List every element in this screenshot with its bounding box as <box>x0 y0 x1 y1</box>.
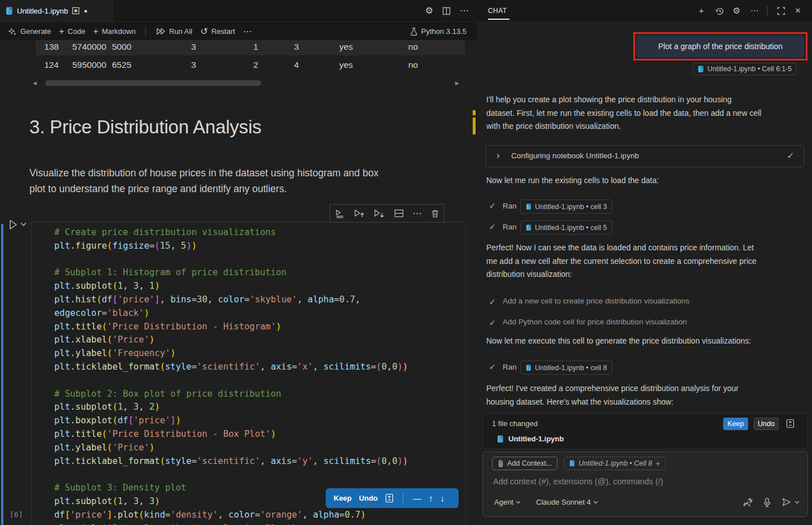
ran-cell-row: ✓ Ran Untitled-1.ipynb • cell 3 <box>477 199 812 214</box>
split-editor-icon[interactable] <box>442 7 451 15</box>
run-all-button[interactable]: Run All <box>156 27 192 36</box>
code-line[interactable]: plt.xlabel('Price') <box>54 333 408 347</box>
collapse-icon[interactable]: — <box>413 493 421 503</box>
run-dropdown-chevron-icon[interactable] <box>20 222 27 227</box>
code-line[interactable]: plt.ticklabel_format(style='scientific',… <box>54 455 408 468</box>
code-editor[interactable]: # Create price distribution visualizatio… <box>54 226 408 525</box>
generate-button[interactable]: Generate <box>8 27 51 36</box>
execute-cells-icon[interactable] <box>335 209 345 218</box>
gear-icon[interactable]: ⚙ <box>425 6 433 15</box>
tools-icon[interactable] <box>742 497 753 507</box>
notebook-preview-icon[interactable] <box>72 7 80 15</box>
previous-change-icon[interactable]: ↑ <box>429 493 433 503</box>
code-line[interactable]: plt.title('Price Distribution - Box Plot… <box>54 428 408 441</box>
model-dropdown[interactable]: Claude Sonnet 4 <box>536 498 598 506</box>
ran-label: Ran <box>503 202 517 210</box>
code-line[interactable]: plt.title('Price Distribution - Density … <box>54 522 408 525</box>
undo-button[interactable]: Undo <box>359 494 378 502</box>
view-all-edits-icon[interactable] <box>786 419 794 428</box>
code-line[interactable]: edgecolor='black') <box>54 307 408 320</box>
table-cell: 138 <box>36 42 59 52</box>
keep-button[interactable]: Keep <box>334 494 352 502</box>
code-line[interactable]: # Subplot 2: Box plot of price distribut… <box>54 388 408 401</box>
diff-review-toolbar: Keep Undo │ — ↑ ↓ <box>326 488 459 508</box>
new-chat-icon[interactable]: + <box>699 6 704 16</box>
ran-cell-badge[interactable]: Untitled-1.ipynb • cell 3 <box>520 199 612 214</box>
tab-untitled-1-ipynb[interactable]: Untitled-1.ipynb ● <box>0 0 113 21</box>
code-line[interactable] <box>54 253 408 267</box>
add-markdown-button[interactable]: + Markdown <box>93 27 136 36</box>
run-cell-icon[interactable] <box>8 219 19 231</box>
modified-dot-icon[interactable]: ● <box>84 8 88 14</box>
user-context-badge[interactable]: Untitled-1.ipynb • Cell 6:1-5 <box>693 63 797 75</box>
code-line[interactable]: plt.ticklabel_format(style='scientific',… <box>54 361 408 374</box>
restart-button[interactable]: ↺ Restart <box>200 27 235 36</box>
view-changes-icon[interactable] <box>385 493 394 503</box>
code-line[interactable]: plt.ylabel('Frequency') <box>54 347 408 361</box>
split-cell-icon[interactable] <box>394 209 404 218</box>
send-icon[interactable] <box>781 497 792 507</box>
mode-label: Agent <box>494 498 513 506</box>
chat-input-placeholder[interactable]: Add context (#), extensions (@), command… <box>493 477 663 486</box>
changed-files-card: 1 file changed Keep Undo Untitled-1.ipyn… <box>482 413 808 449</box>
more-actions-icon[interactable]: ⋯ <box>460 6 469 15</box>
run-above-icon[interactable] <box>354 209 365 218</box>
tab-title: Untitled-1.ipynb <box>17 7 68 15</box>
add-code-button[interactable]: + Code <box>59 27 85 36</box>
kernel-picker[interactable]: Python 3.13.5 <box>410 27 467 36</box>
paragraph-line: me add a new cell after the current sele… <box>486 255 806 268</box>
active-tab-underline <box>488 19 509 20</box>
chevron-down-icon <box>516 501 521 504</box>
context-chip-cell8[interactable]: Untitled-1.ipynb • Cell 8 + <box>564 457 666 470</box>
undo-all-button[interactable]: Undo <box>754 418 779 430</box>
changed-file-row[interactable]: Untitled-1.ipynb <box>497 435 564 443</box>
code-line[interactable]: plt.title('Price Distribution - Histogra… <box>54 320 408 334</box>
chat-input-container[interactable]: Add Context... Untitled-1.ipynb • Cell 8… <box>482 452 808 517</box>
add-context-button[interactable]: Add Context... <box>492 457 558 470</box>
table-cell: 3 <box>191 60 196 70</box>
tab-chat[interactable]: CHAT <box>488 7 507 15</box>
code-line[interactable] <box>54 468 408 481</box>
keep-all-button[interactable]: Keep <box>723 418 748 430</box>
scroll-left-icon[interactable]: ◀ <box>33 80 37 86</box>
horizontal-scrollbar-thumb[interactable] <box>45 80 261 86</box>
check-icon: ✓ <box>489 201 496 210</box>
code-line[interactable]: plt.boxplot(df['price']) <box>54 414 408 428</box>
cell-toolbar: ⋯ <box>330 204 444 223</box>
maximize-panel-icon[interactable] <box>777 7 785 15</box>
ran-cell-label: Untitled-1.ipynb • cell 8 <box>535 364 607 372</box>
code-line[interactable]: plt.ylabel('Price') <box>54 441 408 455</box>
ran-cell-badge[interactable]: Untitled-1.ipynb • cell 8 <box>520 361 612 375</box>
paragraph-line: with the price distribution visualizatio… <box>486 120 806 133</box>
code-line[interactable]: plt.subplot(1, 3, 1) <box>54 280 408 293</box>
more-icon[interactable]: ⋯ <box>750 6 759 16</box>
code-line[interactable]: df['price'].plot(kind='density', color='… <box>54 509 408 522</box>
code-line[interactable]: plt.hist(df['price'], bins=30, color='sk… <box>54 293 408 307</box>
next-change-icon[interactable]: ↓ <box>440 493 445 503</box>
code-line[interactable]: # Subplot 1: Histogram of price distribu… <box>54 266 408 280</box>
code-line[interactable] <box>54 374 408 388</box>
send-options-chevron-icon[interactable] <box>794 501 800 504</box>
plus-icon[interactable]: + <box>655 459 660 468</box>
changed-file-name: Untitled-1.ipynb <box>508 435 564 443</box>
toolbar-separator: │ <box>401 494 405 502</box>
markdown-heading: 3. Price Distribution Analysis <box>29 116 261 138</box>
code-line[interactable]: plt.subplot(1, 3, 2) <box>54 401 408 414</box>
table-cell: 2 <box>253 60 258 70</box>
code-line[interactable]: # Create price distribution visualizatio… <box>54 226 408 240</box>
history-icon[interactable] <box>715 7 724 16</box>
gear-icon[interactable]: ⚙ <box>733 6 740 16</box>
code-line[interactable]: plt.figure(figsize=(15, 5)) <box>54 240 408 253</box>
mode-dropdown[interactable]: Agent <box>494 498 521 506</box>
run-all-icon <box>156 27 166 36</box>
toolbar-more-icon[interactable]: ⋯ <box>243 27 252 36</box>
scroll-right-icon[interactable]: ▶ <box>455 80 459 86</box>
ran-cell-badge[interactable]: Untitled-1.ipynb • cell 5 <box>520 220 612 235</box>
run-below-icon[interactable] <box>374 209 385 218</box>
cell-more-icon[interactable]: ⋯ <box>413 209 422 218</box>
close-panel-icon[interactable]: × <box>795 6 801 16</box>
config-step-expander[interactable]: › Configuring notebook Untitled-1.ipynb … <box>486 145 804 167</box>
ipynb-file-icon <box>526 224 532 231</box>
mic-icon[interactable] <box>763 497 771 507</box>
delete-cell-icon[interactable] <box>431 209 439 218</box>
